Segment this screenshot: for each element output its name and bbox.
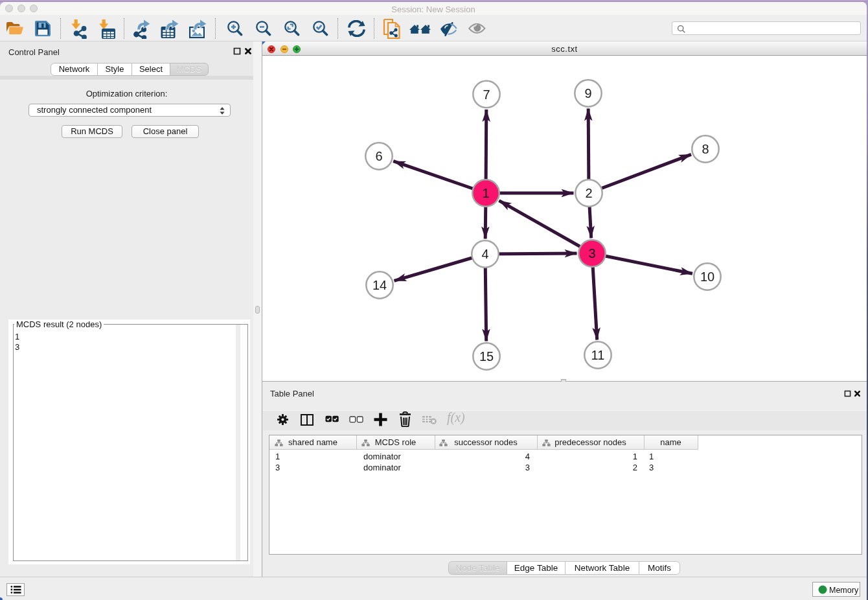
svg-text:15: 15 xyxy=(479,349,494,363)
svg-text:6: 6 xyxy=(375,149,382,163)
svg-text:11: 11 xyxy=(591,348,605,362)
svg-text:2: 2 xyxy=(585,186,592,200)
svg-text:10: 10 xyxy=(700,270,714,284)
svg-text:4: 4 xyxy=(481,247,488,261)
svg-text:1: 1 xyxy=(482,186,489,200)
svg-text:9: 9 xyxy=(584,86,591,100)
svg-text:8: 8 xyxy=(702,142,709,156)
svg-text:7: 7 xyxy=(483,87,490,102)
svg-text:3: 3 xyxy=(588,246,595,260)
svg-text:14: 14 xyxy=(372,278,387,292)
